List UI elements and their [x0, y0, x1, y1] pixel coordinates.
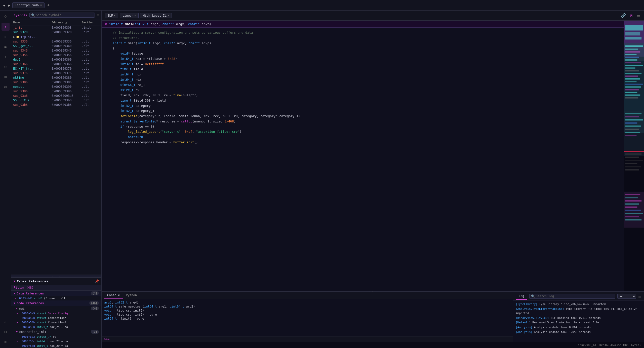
symbols-icon[interactable]: ✦: [2, 23, 10, 31]
symbol-row[interactable]: sub_9320 0x000009320 .plt: [11, 30, 101, 34]
code-line[interactable]: // Initializes a server configuration an…: [102, 30, 624, 35]
search-symbols-input[interactable]: 🔍 Search symbols: [29, 13, 95, 18]
symbol-row[interactable]: sub_93b6 0x0000093b6 .plt: [11, 103, 101, 107]
xref-type: struct: [36, 321, 47, 324]
code-line[interactable]: log_failed_assert("server.c", 0xcf, "ass…: [102, 129, 624, 135]
xref-filter[interactable]: Filter (48): [11, 285, 101, 291]
code-line[interactable]: {: [102, 46, 624, 51]
symbol-addr: 0x000009308: [52, 26, 82, 29]
symbols-menu-icon[interactable]: ≡: [97, 13, 99, 17]
xref-item[interactable]: ← 0000a52b struct Connection*: [14, 316, 101, 320]
elf-button[interactable]: ELF ▾: [105, 13, 118, 18]
xref-header[interactable]: ▼ Cross References 📌: [11, 278, 101, 285]
code-line[interactable]: field, rcx, rdx, r8_1, r9 = time(nullptr…: [102, 93, 624, 98]
xref-item[interactable]: ← 0000a56b int64_t rax_25 = ca: [14, 325, 101, 329]
group-row[interactable]: ▶ 📁 Tcp-st...: [11, 34, 101, 39]
svg-rect-41: [625, 166, 641, 167]
xref-data-item[interactable]: ↗ 0023cdd0 void* (* const callo: [11, 296, 101, 300]
minimap-svg: [624, 21, 644, 291]
log-panel: Log 🔍 Search log All Info Warning Error …: [513, 292, 644, 342]
bookmarks-icon[interactable]: ◉: [2, 43, 10, 51]
log-menu-icon[interactable]: ☰: [638, 294, 641, 298]
tags-icon[interactable]: ◇: [2, 33, 10, 41]
code-line[interactable]: int32_t main(int32_t argc, char** argv, …: [102, 41, 624, 46]
copy-button[interactable]: ⎘: [629, 13, 633, 18]
crosshair-icon[interactable]: ⊕: [2, 338, 10, 346]
debug-icon[interactable]: ⚙: [2, 63, 10, 71]
symbol-row[interactable]: SSL_CTX_s... 0x0000093b0 .plt: [11, 98, 101, 103]
svg-rect-29: [625, 116, 639, 117]
xref-sub-conn-header[interactable]: ▼ connection_init {3}: [14, 329, 101, 334]
python-tab[interactable]: Python: [123, 292, 140, 299]
log-search-input[interactable]: 🔍 Search log: [529, 294, 615, 299]
symbol-row[interactable]: sub_9356 0x000009356 .plt: [11, 53, 101, 57]
code-scroll[interactable]: // Initializes a server configuration an…: [102, 28, 624, 291]
symbol-row[interactable]: sub_93a6 0x00000093a6 .plt: [11, 94, 101, 98]
symbol-row[interactable]: SSL_get_s... 0x000009340 .plt: [11, 44, 101, 48]
xref-item[interactable]: ← 0000a54b struct Connection*: [14, 320, 101, 325]
code-line[interactable]: time_t field: [102, 67, 624, 72]
symbol-name: sub_9320: [13, 30, 52, 34]
code-line[interactable]: if (response == 0): [102, 124, 624, 129]
symbol-row[interactable]: sub_9396 0x000009396 .plt: [11, 89, 101, 94]
code-line[interactable]: int64_t rcx: [102, 72, 624, 77]
data-references-header[interactable]: ▼ Data References {1}: [11, 291, 101, 296]
log-header: Log 🔍 Search log All Info Warning Error …: [513, 292, 644, 300]
code-line[interactable]: int64_t rax = *(fsbase + 0x28): [102, 56, 624, 62]
symbol-row[interactable]: sub_9386 0x000009386 .plt: [11, 80, 101, 84]
xref-item[interactable]: ← 0000f57d int64_t rax_29 = ca: [14, 343, 101, 348]
code-references-header[interactable]: ▼ Code References {46}: [11, 300, 101, 306]
menu-button[interactable]: ☰: [635, 13, 641, 18]
xref-item[interactable]: ← 0000f3d3 struct_7* ra: [14, 334, 101, 339]
symbol-row[interactable]: memset 0x000009390 .plt: [11, 84, 101, 89]
nav-icon[interactable]: ⊹: [2, 13, 10, 21]
xref-arrow: ←: [17, 316, 20, 320]
xref-item[interactable]: ← 0000f55c int64_t rax_27 = ca: [14, 339, 101, 343]
code-line[interactable]: ssize_t r9: [102, 88, 624, 93]
svg-rect-49: [625, 210, 641, 211]
grid-icon[interactable]: ⊞: [2, 73, 10, 81]
symbol-row[interactable]: sub_9366 0x000009366 .plt: [11, 62, 101, 66]
linear-button[interactable]: Linear ▾: [120, 13, 139, 18]
symbol-row[interactable]: dup2 0x000009360 .plt: [11, 57, 101, 62]
terminal-icon[interactable]: ⊡: [2, 328, 10, 336]
symbol-row[interactable]: _init 0x000009308 .init: [11, 25, 101, 30]
symbol-row[interactable]: sub_9346 0x000009346 .plt: [11, 48, 101, 53]
file-tab[interactable]: lighttpd.bndb ✕: [12, 2, 45, 8]
layers-icon[interactable]: ⧉: [2, 83, 10, 91]
xref-pin-icon[interactable]: 📌: [95, 279, 99, 283]
console-tab[interactable]: Console: [104, 292, 123, 299]
xref-item[interactable]: ← 0000a3a9 struct ServerConfig: [14, 311, 101, 316]
new-tab-button[interactable]: +: [46, 3, 51, 8]
link-button[interactable]: 🔗: [620, 13, 627, 18]
code-line[interactable]: // structures.: [102, 35, 624, 41]
code-line[interactable]: time_t field_308 = field: [102, 98, 624, 103]
code-line[interactable]: int32_t fd = 0xffffffff: [102, 62, 624, 67]
highlevel-button[interactable]: High Level IL ▾: [140, 13, 172, 18]
func-signature: int32_t main(int32_t argc, char** argv, …: [109, 22, 212, 26]
tab-close-icon[interactable]: ✕: [40, 4, 42, 7]
code-line[interactable]: void* fsbase: [102, 51, 624, 56]
log-tab[interactable]: Log: [516, 293, 527, 300]
log-filter-select[interactable]: All Info Warning Error: [617, 294, 636, 299]
nav-forward[interactable]: ▶: [7, 3, 11, 7]
xref-sub-main-header[interactable]: ▼ main {4}: [14, 306, 101, 311]
symbol-row[interactable]: EC_KEY_fr... 0x000009370 .plt: [11, 66, 101, 71]
nav-back[interactable]: ◀: [2, 3, 6, 7]
code-line[interactable]: int32_t category_1: [102, 108, 624, 114]
code-line[interactable]: struct ServerConfig* response = calloc(n…: [102, 119, 624, 124]
search-bottom-icon[interactable]: ⌕: [2, 318, 10, 326]
symbol-row[interactable]: sub_9336 0x000009336 .plt: [11, 39, 101, 44]
code-line[interactable]: response->response_header = buffer_init(…: [102, 140, 624, 145]
code-line[interactable]: noreturn: [102, 135, 624, 140]
code-line[interactable]: setlocale(category: 2, locale: &data_2e0…: [102, 114, 624, 119]
func-sig-bar: ⊙ int32_t main(int32_t argc, char** argv…: [102, 21, 624, 28]
code-line[interactable]: int32_t category: [102, 103, 624, 109]
console-content[interactable]: arg3, int32_t arg4) int64_t safe_memclea…: [102, 299, 513, 336]
code-line[interactable]: uint64_t r8_1: [102, 82, 624, 88]
code-line[interactable]: int64_t rdx: [102, 77, 624, 82]
workflow-icon[interactable]: ⟡: [2, 53, 10, 61]
symbol-row[interactable]: sub_9376 0x000009376 .plt: [11, 71, 101, 75]
log-content[interactable]: [TypeLibrary] Type library 'libc_x86_64.…: [513, 300, 644, 342]
symbol-row[interactable]: mktime 0x000009380 .plt: [11, 75, 101, 80]
